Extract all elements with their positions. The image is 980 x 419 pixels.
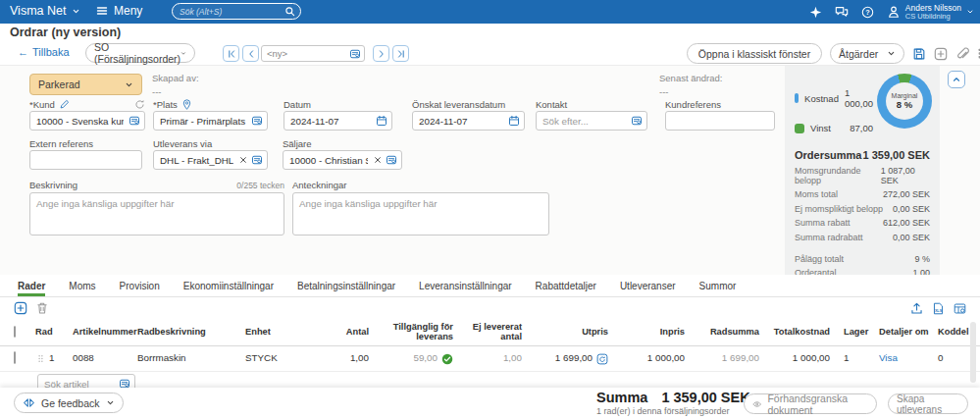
sync-icon[interactable] [134, 99, 145, 110]
ordersumma-row: Ordersumma 1 359,00 SEK [795, 149, 930, 161]
reset-price-icon[interactable] [596, 353, 608, 365]
open-classic-button[interactable]: Öppna i klassiskt fönster [687, 43, 822, 64]
help-icon[interactable] [861, 6, 874, 19]
tab-rabattdetaljer[interactable]: Rabattdetaljer [536, 281, 596, 296]
extern-referens-input[interactable] [34, 154, 137, 167]
order-number-input[interactable] [265, 47, 349, 60]
export-icon [910, 302, 923, 315]
lookup-icon[interactable] [251, 154, 263, 166]
plats-input[interactable] [158, 115, 248, 128]
col-tillganglig[interactable]: Tillgänglig för leverans [373, 322, 457, 341]
kundreferens-input[interactable] [670, 115, 770, 128]
feedback-button[interactable]: Ge feedback [14, 393, 124, 413]
lookup-icon[interactable] [386, 154, 397, 166]
export-button[interactable] [910, 300, 923, 315]
col-rad[interactable]: Rad [31, 327, 69, 337]
next-record-button[interactable] [373, 45, 389, 62]
saljare-input[interactable] [287, 154, 370, 167]
lookup-icon[interactable] [631, 115, 643, 127]
marginal-value: 8 % [897, 99, 912, 110]
preview-document-button[interactable]: Förhandsgranska dokument [744, 393, 877, 414]
kontakt-input[interactable] [541, 115, 628, 128]
tab-rader[interactable]: Rader [18, 281, 45, 296]
row-detaljer-visa-link[interactable]: Visa [875, 353, 934, 364]
tab-summor[interactable]: Summor [699, 281, 737, 296]
table-row[interactable]: 1 0088 Borrmaskin STYCK 1,00 59,00 1,00 … [0, 346, 980, 372]
col-ej-levererat[interactable]: Ej levererat antal [457, 322, 526, 341]
chat-icon[interactable] [835, 5, 849, 19]
anteckningar-textarea[interactable] [293, 193, 548, 235]
tab-ekonomiinstallningar[interactable]: Ekonomiinställningar [183, 281, 274, 296]
col-lager[interactable]: Lager [834, 327, 875, 337]
grid-toolbar [0, 297, 980, 318]
order-total: Summa 1 359,00 SEK 1 rad(er) i denna för… [596, 390, 750, 416]
global-search-input[interactable] [178, 6, 284, 18]
sparkle-icon[interactable] [809, 6, 822, 19]
last-record-button[interactable] [392, 45, 409, 62]
col-radsumma[interactable]: Radsumma [689, 327, 763, 337]
collapse-panel-button[interactable] [948, 71, 965, 88]
add-record-button[interactable] [934, 45, 948, 60]
tab-leveransinstallningar[interactable]: Leveransinställningar [419, 281, 512, 296]
row-radsumma: 1 699,00 [689, 353, 763, 364]
datum-input[interactable] [288, 115, 373, 128]
col-artikelnummer[interactable]: Artikelnummer [69, 327, 133, 337]
actions-dropdown[interactable]: Åtgärder [830, 43, 904, 64]
lookup-icon[interactable] [129, 115, 140, 127]
status-dropdown[interactable]: Parkerad [29, 74, 142, 95]
summa-subtext: 1 rad(er) i denna försäljningsorder [596, 406, 750, 416]
utleverans-via-input[interactable] [158, 154, 235, 167]
last-modified-label: Senast ändrad: [659, 72, 722, 85]
calendar-icon[interactable] [376, 115, 387, 127]
drag-handle-icon[interactable] [35, 353, 46, 364]
attachments-button[interactable] [955, 45, 969, 60]
delete-row-button[interactable] [35, 300, 49, 315]
edit-pencil-icon[interactable] [59, 99, 70, 110]
col-inpris[interactable]: Inpris [612, 327, 689, 337]
onskat-leveransdatum-input[interactable] [417, 115, 505, 128]
lookup-icon[interactable] [251, 115, 263, 127]
select-all-checkbox[interactable] [14, 326, 16, 338]
col-antal[interactable]: Antal [316, 327, 373, 337]
back-link[interactable]: ← Tillbaka [18, 46, 70, 58]
plats-field [153, 111, 268, 131]
tab-utleveranser[interactable]: Utleveranser [620, 281, 676, 296]
lookup-icon[interactable] [119, 378, 130, 388]
summa-label: Summa [596, 390, 647, 405]
column-settings-button[interactable] [954, 300, 966, 315]
col-detaljer-om[interactable]: Detaljer om [875, 327, 934, 337]
create-delivery-button[interactable]: Skapa utleverans [888, 393, 968, 414]
add-row-button[interactable] [14, 300, 27, 315]
clear-x-icon[interactable] [238, 155, 248, 165]
datum-label: Datum [284, 99, 311, 110]
search-icon[interactable] [284, 6, 295, 17]
export-excel-button[interactable] [932, 300, 945, 315]
main-menu-button[interactable]: Meny [96, 4, 142, 18]
summary-row: Ej momspliktigt belopp0,00 SEK [795, 204, 930, 214]
calendar-icon[interactable] [508, 115, 520, 127]
col-radbeskrivning[interactable]: Radbeskrivning [133, 327, 241, 337]
order-type-dropdown[interactable]: SO (Försäljningsorder) [85, 43, 195, 63]
previous-record-button[interactable] [242, 45, 259, 62]
user-menu[interactable]: Anders Nilsson CS Utbildning [887, 4, 974, 21]
row-utpris: 1 699,00 [555, 353, 593, 364]
kund-input[interactable] [34, 115, 126, 128]
clear-x-icon[interactable] [373, 155, 383, 165]
beskrivning-textarea[interactable] [30, 193, 284, 235]
location-pin-icon[interactable] [181, 99, 192, 110]
col-totalkostnad[interactable]: Totalkostnad [763, 327, 834, 337]
row-checkbox[interactable] [14, 351, 16, 364]
save-button[interactable] [912, 45, 926, 60]
kund-label-row: *Kund [29, 99, 145, 110]
article-search-input[interactable] [42, 378, 116, 389]
col-utpris[interactable]: Utpris [526, 327, 612, 337]
tab-moms[interactable]: Moms [69, 281, 95, 296]
tab-provision[interactable]: Provision [120, 281, 160, 296]
first-record-button[interactable] [223, 45, 239, 62]
vertical-scrollbar[interactable] [970, 322, 976, 383]
marginal-label: Marginal [892, 92, 918, 99]
col-enhet[interactable]: Enhet [241, 327, 316, 337]
brand-menu[interactable]: Visma Net [10, 4, 80, 18]
tab-betalningsinstallningar[interactable]: Betalningsinställningar [297, 281, 395, 296]
lookup-icon[interactable] [349, 48, 361, 60]
